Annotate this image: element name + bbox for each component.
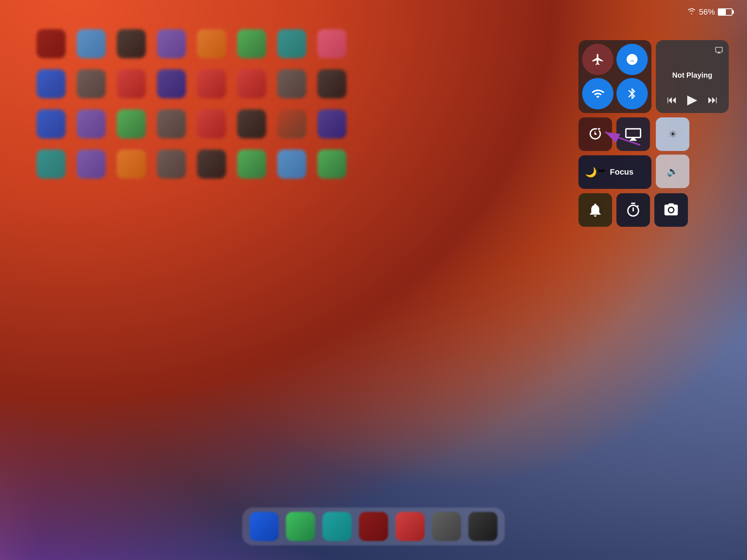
rewind-button[interactable]: ⏮	[667, 94, 677, 106]
app-icon	[237, 69, 266, 98]
app-icon	[277, 109, 306, 139]
focus-tile[interactable]: 🌙 🛏 Focus	[578, 155, 651, 189]
app-icon	[157, 149, 186, 179]
app-icon	[317, 109, 347, 139]
app-icon	[277, 29, 306, 58]
wifi-button[interactable]	[582, 78, 614, 109]
airplane-mode-button[interactable]	[582, 44, 614, 75]
app-icon	[117, 69, 146, 98]
status-bar: 56%	[687, 7, 732, 17]
app-icon	[197, 69, 226, 98]
screen-mirror-button[interactable]	[616, 117, 650, 151]
now-playing-header	[662, 46, 723, 55]
app-grid	[36, 29, 328, 179]
app-icon	[237, 109, 266, 139]
control-center: Not Playing ⏮ ▶ ⏭	[578, 40, 729, 227]
now-playing-tile[interactable]: Not Playing ⏮ ▶ ⏭	[656, 40, 729, 113]
dock-app-1[interactable]	[249, 512, 279, 541]
dock-app-6[interactable]	[432, 512, 461, 541]
app-icon	[237, 29, 266, 58]
app-icon	[36, 69, 66, 98]
timer-button[interactable]	[616, 193, 650, 227]
volume-slider[interactable]: 🔊	[656, 155, 689, 188]
app-icon	[117, 29, 146, 58]
now-playing-title: Not Playing	[662, 58, 723, 92]
app-icon	[77, 109, 106, 139]
cc-row-3	[578, 193, 729, 227]
app-icon	[317, 29, 347, 58]
app-icon	[277, 149, 306, 179]
dock	[242, 508, 505, 545]
app-icon	[77, 69, 106, 98]
focus-label: Focus	[610, 167, 634, 177]
cc-row-1: Not Playing ⏮ ▶ ⏭	[578, 40, 729, 113]
fast-forward-button[interactable]: ⏭	[708, 94, 718, 106]
svg-point-1	[594, 133, 596, 135]
app-icon	[317, 149, 347, 179]
battery-icon	[718, 8, 732, 16]
dock-app-4[interactable]	[359, 512, 388, 541]
app-icon	[157, 29, 186, 58]
cc-left-col: 🌙 🛏 Focus	[578, 117, 651, 189]
camera-button[interactable]	[654, 193, 688, 227]
dock-app-7[interactable]	[468, 512, 498, 541]
app-icon	[237, 149, 266, 179]
app-icon	[157, 109, 186, 139]
dock-app-2[interactable]	[286, 512, 315, 541]
airplay-icon[interactable]	[715, 46, 723, 55]
app-icon	[77, 29, 106, 58]
cc-sliders-col: ☀ 🔊	[656, 117, 689, 188]
app-icon	[157, 69, 186, 98]
app-icon	[36, 29, 66, 58]
cc-row-2: 🌙 🛏 Focus ☀ 🔊	[578, 117, 729, 189]
focus-icons: 🌙 🛏	[585, 167, 605, 178]
now-playing-controls: ⏮ ▶ ⏭	[662, 92, 723, 107]
wifi-icon	[687, 7, 696, 17]
app-icon	[36, 149, 66, 179]
app-icon	[197, 29, 226, 58]
app-icon	[197, 109, 226, 139]
app-icon	[277, 69, 306, 98]
connectivity-tile[interactable]	[578, 40, 651, 113]
app-icon	[77, 149, 106, 179]
cc-tiles-pair	[578, 117, 651, 151]
app-icon	[317, 69, 347, 98]
app-icon	[117, 109, 146, 139]
battery-percent: 56%	[699, 7, 715, 17]
play-button[interactable]: ▶	[687, 92, 697, 107]
bluetooth-button[interactable]	[616, 78, 648, 109]
dock-app-5[interactable]	[395, 512, 425, 541]
brightness-slider[interactable]: ☀	[656, 117, 689, 151]
app-icon	[36, 109, 66, 139]
app-icon	[197, 149, 226, 179]
rotation-lock-button[interactable]	[578, 117, 612, 151]
silent-mode-button[interactable]	[578, 193, 612, 227]
airdrop-button[interactable]	[616, 44, 648, 75]
app-icon	[117, 149, 146, 179]
dock-app-3[interactable]	[322, 512, 352, 541]
